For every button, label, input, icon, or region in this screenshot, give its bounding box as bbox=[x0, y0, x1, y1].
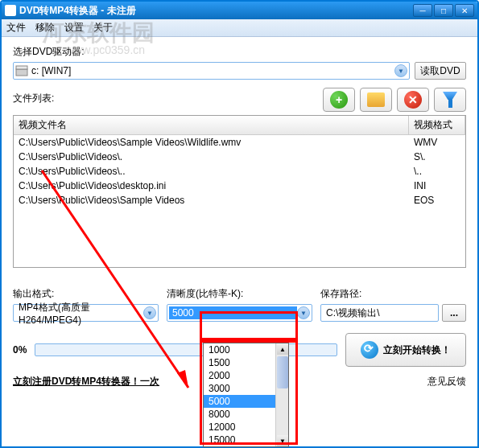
svg-rect-1 bbox=[16, 66, 27, 69]
convert-button[interactable]: 立刻开始转换！ bbox=[345, 333, 466, 367]
bitrate-label: 清晰度(比特率-K): bbox=[167, 287, 312, 301]
scrollbar[interactable]: ▲ ▼ bbox=[275, 343, 288, 446]
progress-bar bbox=[35, 343, 337, 356]
window-title: DVD转MP4转换器 - 未注册 bbox=[19, 4, 413, 18]
table-row[interactable]: C:\Users\Public\Videos\.S\. bbox=[14, 150, 465, 164]
delete-icon: ✕ bbox=[404, 91, 422, 109]
output-format-label: 输出格式: bbox=[13, 287, 159, 301]
cell-format: INI bbox=[409, 179, 465, 192]
bitrate-dropdown-list[interactable]: 1000150020003000500080001200015000 ▲ ▼ bbox=[203, 343, 289, 447]
chevron-down-icon[interactable]: ▼ bbox=[143, 306, 156, 319]
bitrate-value: 5000 bbox=[169, 306, 297, 319]
menu-settings[interactable]: 设置 bbox=[64, 21, 84, 35]
column-filename[interactable]: 视频文件名 bbox=[14, 116, 409, 134]
app-icon bbox=[5, 5, 16, 16]
maximize-button[interactable]: □ bbox=[434, 4, 453, 17]
menu-remove[interactable]: 移除 bbox=[35, 21, 55, 35]
output-format-dropdown[interactable]: MP4格式(高质量H264/MPEG4) ▼ bbox=[13, 304, 159, 322]
scroll-thumb[interactable] bbox=[277, 356, 288, 388]
filter-button[interactable] bbox=[434, 88, 466, 112]
delete-button[interactable]: ✕ bbox=[397, 88, 429, 112]
drive-value: c: [WIN7] bbox=[31, 65, 394, 76]
path-label: 保存路径: bbox=[320, 287, 466, 301]
table-row[interactable]: C:\Users\Public\Videos\desktop.iniINI bbox=[14, 179, 465, 193]
feedback-link[interactable]: 意见反馈 bbox=[427, 375, 466, 388]
close-button[interactable]: ✕ bbox=[455, 4, 474, 17]
convert-icon bbox=[361, 341, 378, 359]
cell-format: EOS bbox=[409, 194, 465, 207]
column-format[interactable]: 视频格式 bbox=[409, 116, 465, 134]
table-row[interactable]: C:\Users\Public\Videos\Sample Videos\Wil… bbox=[14, 135, 465, 150]
bitrate-dropdown[interactable]: 5000 ▼ bbox=[167, 304, 312, 322]
cell-filename: C:\Users\Public\Videos\. bbox=[14, 150, 409, 163]
scroll-down-button[interactable]: ▼ bbox=[277, 435, 288, 446]
cell-filename: C:\Users\Public\Videos\desktop.ini bbox=[14, 179, 409, 192]
menu-about[interactable]: 关于 bbox=[93, 21, 113, 35]
file-table: 视频文件名 视频格式 C:\Users\Public\Videos\Sample… bbox=[13, 115, 466, 268]
folder-icon bbox=[367, 92, 385, 107]
minimize-button[interactable]: ─ bbox=[413, 4, 432, 17]
register-link[interactable]: 立刻注册DVD转MP4转换器！一次 bbox=[13, 375, 159, 388]
funnel-icon bbox=[443, 92, 457, 108]
folder-button[interactable] bbox=[360, 88, 392, 112]
svg-rect-0 bbox=[16, 69, 27, 76]
add-button[interactable]: + bbox=[323, 88, 355, 112]
convert-button-label: 立刻开始转换！ bbox=[383, 343, 451, 357]
titlebar: DVD转MP4转换器 - 未注册 ─ □ ✕ bbox=[2, 2, 477, 19]
read-dvd-button[interactable]: 读取DVD bbox=[415, 62, 466, 80]
menubar: 文件 移除 设置 关于 bbox=[2, 19, 477, 37]
cell-filename: C:\Users\Public\Videos\Sample Videos bbox=[14, 194, 409, 207]
cell-filename: C:\Users\Public\Videos\.. bbox=[14, 165, 409, 178]
chevron-down-icon[interactable]: ▼ bbox=[297, 306, 310, 319]
menu-file[interactable]: 文件 bbox=[6, 21, 26, 35]
drive-dropdown[interactable]: c: [WIN7] ▼ bbox=[13, 62, 410, 80]
output-format-value: MP4格式(高质量H264/MPEG4) bbox=[15, 301, 143, 326]
cell-format: S\. bbox=[409, 150, 465, 163]
drive-icon bbox=[15, 64, 28, 77]
chevron-down-icon[interactable]: ▼ bbox=[394, 64, 407, 77]
path-input[interactable]: C:\视频输出\ bbox=[320, 304, 439, 322]
cell-filename: C:\Users\Public\Videos\Sample Videos\Wil… bbox=[14, 136, 409, 149]
path-value: C:\视频输出\ bbox=[323, 306, 436, 320]
drive-label: 选择DVD驱动器: bbox=[13, 45, 466, 59]
table-row[interactable]: C:\Users\Public\Videos\Sample VideosEOS bbox=[14, 193, 465, 208]
cell-format: \.. bbox=[409, 165, 465, 178]
progress-percent: 0% bbox=[13, 344, 27, 356]
filelist-label: 文件列表: bbox=[13, 92, 54, 105]
plus-icon: + bbox=[330, 91, 348, 109]
browse-button[interactable]: ... bbox=[442, 304, 466, 322]
cell-format: WMV bbox=[409, 136, 465, 149]
scroll-up-button[interactable]: ▲ bbox=[277, 343, 288, 355]
table-row[interactable]: C:\Users\Public\Videos\..\.. bbox=[14, 164, 465, 179]
